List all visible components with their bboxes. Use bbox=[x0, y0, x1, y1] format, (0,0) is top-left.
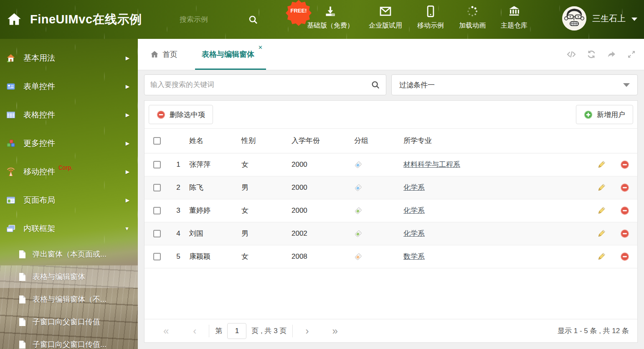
edit-icon[interactable] bbox=[597, 183, 606, 192]
top-header: FineUIMvc在线示例 FREE! 基础版（免费） 企业版试用 移动示例 bbox=[0, 0, 644, 39]
sidebar-subitem-popup-window[interactable]: 弹出窗体（本页面或... bbox=[0, 243, 138, 265]
next-page-button[interactable]: › bbox=[305, 326, 309, 336]
nav-label: 加载动画 bbox=[459, 21, 486, 30]
home-icon[interactable] bbox=[7, 12, 22, 27]
tab-grid-edit-window[interactable]: 表格与编辑窗体 ✕ bbox=[198, 39, 264, 70]
first-page-button[interactable]: « bbox=[163, 326, 169, 336]
cell-group bbox=[354, 222, 403, 245]
edit-icon[interactable] bbox=[597, 229, 606, 238]
sidebar-subitem-child-to-parent[interactable]: 子窗口向父窗口传值 bbox=[0, 311, 138, 333]
select-all-checkbox[interactable] bbox=[153, 137, 161, 145]
last-page-button[interactable]: » bbox=[332, 326, 337, 336]
header-nav: 基础版（免费） 企业版试用 移动示例 加载动画 主题仓库 bbox=[307, 5, 527, 30]
keyword-search-input[interactable] bbox=[150, 81, 371, 89]
delete-icon[interactable] bbox=[620, 160, 629, 169]
header-search bbox=[180, 13, 263, 27]
row-checkbox[interactable] bbox=[153, 207, 161, 214]
major-link[interactable]: 化学系 bbox=[403, 183, 425, 191]
spinner-icon bbox=[466, 5, 479, 18]
expand-button[interactable] bbox=[626, 49, 636, 59]
sidebar-subitem-grid-edit-window-2[interactable]: 表格与编辑窗体（不... bbox=[0, 288, 138, 311]
user-menu[interactable]: 三生石上 bbox=[562, 6, 637, 31]
sidebar-item-basic-usage[interactable]: 基本用法 ▶ bbox=[0, 44, 138, 72]
sidebar-item-more-controls[interactable]: 更多控件 ▶ bbox=[0, 129, 138, 158]
cell-group bbox=[354, 199, 403, 222]
code-button[interactable] bbox=[566, 49, 576, 59]
page-icon bbox=[18, 273, 26, 281]
row-checkbox[interactable] bbox=[153, 161, 161, 168]
search-icon[interactable] bbox=[248, 15, 258, 25]
nav-label: 主题仓库 bbox=[501, 21, 527, 30]
chevron-right-icon: ▶ bbox=[126, 112, 129, 118]
chevron-down-icon bbox=[623, 83, 630, 87]
chevron-right-icon: ▶ bbox=[126, 197, 129, 203]
table-row: 3 董婷婷 女 2000 化学系 bbox=[145, 199, 637, 222]
sidebar-item-grid-controls[interactable]: 表格控件 ▶ bbox=[0, 101, 138, 129]
delete-icon[interactable] bbox=[620, 229, 629, 238]
nav-label: 基础版（免费） bbox=[307, 21, 354, 30]
cell-gender: 女 bbox=[241, 199, 292, 222]
cubes-icon bbox=[6, 139, 17, 148]
cell-group bbox=[354, 245, 403, 268]
delete-selected-button[interactable]: 删除选中项 bbox=[149, 105, 213, 124]
nav-basic-edition[interactable]: 基础版（免费） bbox=[307, 5, 354, 30]
cell-name: 刘国 bbox=[189, 222, 241, 245]
search-icon[interactable] bbox=[371, 80, 380, 89]
row-checkbox[interactable] bbox=[153, 230, 161, 237]
cell-gender: 男 bbox=[241, 176, 292, 199]
major-link[interactable]: 材料科学与工程系 bbox=[403, 160, 460, 168]
filter-dropdown[interactable]: 过滤条件一 bbox=[391, 74, 638, 95]
row-checkbox[interactable] bbox=[153, 184, 161, 191]
col-group: 分组 bbox=[354, 129, 403, 153]
cell-gender: 女 bbox=[241, 245, 292, 268]
sidebar-item-inline-frames[interactable]: 内联框架 ▼ bbox=[0, 214, 138, 243]
add-user-button[interactable]: 新增用户 bbox=[576, 105, 633, 124]
grid-panel: 删除选中项 新增用户 姓名 性别 bbox=[144, 100, 638, 343]
record-summary: 显示 1 - 5 条 , 共 12 条 bbox=[558, 326, 629, 336]
refresh-button[interactable] bbox=[586, 49, 596, 59]
delete-icon[interactable] bbox=[620, 183, 629, 192]
cell-name: 陈飞 bbox=[189, 176, 241, 199]
avatar bbox=[562, 6, 586, 31]
prev-page-button[interactable]: ‹ bbox=[193, 326, 196, 336]
sidebar-item-mobile-controls[interactable]: 移动控件 Corp. ▶ bbox=[0, 158, 138, 186]
layout-icon bbox=[6, 196, 17, 205]
nav-loading-animation[interactable]: 加载动画 bbox=[459, 5, 486, 30]
major-link[interactable]: 化学系 bbox=[403, 206, 425, 214]
tab-home[interactable]: 首页 bbox=[150, 39, 177, 70]
col-gender: 性别 bbox=[241, 129, 292, 153]
major-link[interactable]: 化学系 bbox=[403, 229, 425, 237]
share-button[interactable] bbox=[606, 49, 616, 59]
cell-name: 康颖颖 bbox=[189, 245, 241, 268]
page-prefix: 第 bbox=[215, 326, 222, 336]
cell-name: 张萍萍 bbox=[189, 153, 241, 176]
sidebar-subitem-grid-edit-window[interactable]: 表格与编辑窗体 bbox=[0, 265, 138, 288]
tag-icon bbox=[354, 252, 363, 261]
frames-icon bbox=[6, 224, 17, 233]
nav-mobile-demo[interactable]: 移动示例 bbox=[417, 5, 444, 30]
antenna-icon bbox=[6, 167, 17, 176]
close-icon[interactable]: ✕ bbox=[258, 44, 263, 51]
cell-group bbox=[354, 153, 403, 176]
header-search-input[interactable] bbox=[180, 15, 242, 24]
sidebar-item-page-layout[interactable]: 页面布局 ▶ bbox=[0, 186, 138, 214]
tag-icon bbox=[354, 229, 363, 238]
row-checkbox[interactable] bbox=[153, 253, 161, 260]
edit-icon[interactable] bbox=[597, 206, 606, 215]
major-link[interactable]: 数学系 bbox=[403, 252, 425, 260]
page-number-input[interactable] bbox=[227, 323, 246, 339]
delete-icon[interactable] bbox=[620, 252, 629, 261]
edit-icon[interactable] bbox=[597, 160, 606, 169]
chevron-right-icon: ▶ bbox=[126, 140, 129, 146]
cell-year: 2000 bbox=[292, 153, 354, 176]
nav-theme-repo[interactable]: 主题仓库 bbox=[501, 5, 527, 30]
form-icon bbox=[6, 82, 17, 91]
page-icon bbox=[18, 295, 26, 304]
tab-toolbar bbox=[566, 39, 636, 70]
sidebar-item-form-controls[interactable]: 表单控件 ▶ bbox=[0, 72, 138, 101]
nav-enterprise-trial[interactable]: 企业版试用 bbox=[369, 5, 402, 30]
chevron-down-icon bbox=[631, 18, 637, 21]
delete-icon[interactable] bbox=[620, 206, 629, 215]
sidebar-subitem-child-to-parent-2[interactable]: 子窗口向父窗口传值... bbox=[0, 333, 138, 349]
edit-icon[interactable] bbox=[597, 252, 606, 261]
